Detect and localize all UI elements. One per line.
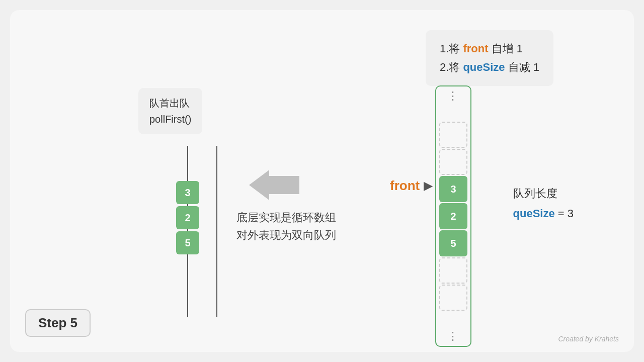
arr-cell-5: [439, 257, 467, 284]
front-keyword: front: [463, 42, 488, 55]
left-stack: 3 2 5: [176, 181, 199, 254]
quesize-keyword: queSize: [463, 61, 505, 73]
left-cell-5: 5: [176, 231, 199, 254]
quesize-label: queSize: [513, 207, 555, 220]
desc-text: 底层实现是循环数组 对外表现为双向队列: [236, 209, 336, 244]
arr-cell-0: [439, 122, 467, 148]
queue-size-value: queSize = 3: [513, 204, 574, 224]
left-cell-2: 2: [176, 206, 199, 229]
array-cells: 3 2 5: [436, 102, 470, 331]
right-array: ⋮ 3 2 5 ⋮: [435, 85, 471, 347]
arr-cell-3: 2: [439, 203, 467, 229]
info-box: 1.将 front 自增 1 2.将 queSize 自减 1: [426, 30, 553, 86]
label-box: 队首出队 pollFirst(): [138, 88, 202, 134]
queue-size: 队列长度 queSize = 3: [513, 184, 574, 223]
arr-cell-2: 3: [439, 176, 467, 202]
left-cell-3: 3: [176, 181, 199, 204]
info-line2: 2.将 queSize 自减 1: [440, 58, 539, 76]
label-line1: 队首出队: [149, 95, 191, 111]
step-text: Step 5: [38, 315, 77, 330]
front-text: front: [390, 178, 420, 194]
arr-cell-6: [439, 285, 467, 311]
slide: 1.将 front 自增 1 2.将 queSize 自减 1 队首出队 pol…: [10, 10, 634, 352]
arr-cell-1: [439, 149, 467, 175]
front-arrow-icon: ▶: [424, 179, 432, 193]
left-arrow: [249, 170, 299, 202]
info-line1: 1.将 front 自增 1: [440, 39, 539, 58]
created-by: Created by Krahets: [558, 335, 619, 343]
bottom-dots: ⋮: [447, 331, 459, 342]
label-line2: pollFirst(): [149, 111, 191, 127]
desc-line1: 底层实现是循环数组: [236, 209, 336, 226]
arr-cell-4: 5: [439, 230, 467, 256]
queue-size-label: 队列长度: [513, 184, 574, 204]
top-dots: ⋮: [447, 90, 459, 102]
step-badge: Step 5: [25, 309, 91, 337]
desc-line2: 对外表现为双向队列: [236, 226, 336, 244]
front-label: front ▶: [390, 178, 432, 194]
